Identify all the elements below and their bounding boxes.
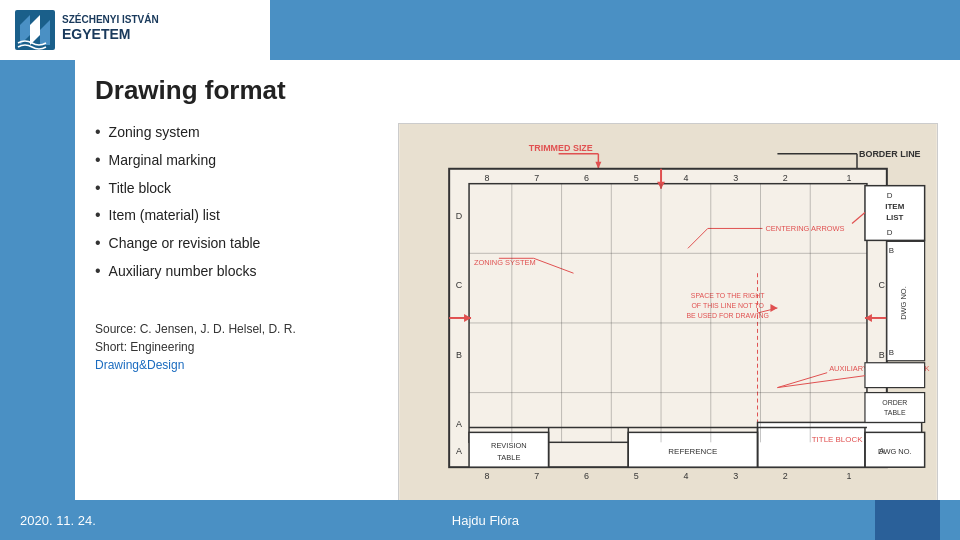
svg-text:ZONING SYSTEM: ZONING SYSTEM bbox=[474, 258, 536, 267]
svg-text:1: 1 bbox=[846, 471, 851, 481]
footer-date: 2020. 11. 24. bbox=[20, 513, 96, 528]
right-column: TRIMMED SIZE BORDER LINE 8 7 6 5 bbox=[395, 118, 940, 478]
svg-text:EGYETEM: EGYETEM bbox=[62, 26, 130, 42]
svg-text:TABLE: TABLE bbox=[497, 453, 520, 462]
svg-text:OF THIS LINE NOT TO: OF THIS LINE NOT TO bbox=[691, 302, 764, 309]
svg-text:A: A bbox=[456, 419, 462, 429]
svg-text:4: 4 bbox=[683, 471, 688, 481]
svg-text:TRIMMED SIZE: TRIMMED SIZE bbox=[528, 143, 592, 153]
svg-text:B: B bbox=[888, 246, 893, 255]
svg-text:3: 3 bbox=[733, 471, 738, 481]
svg-text:LIST: LIST bbox=[886, 213, 903, 222]
svg-text:CENTERING ARROWS: CENTERING ARROWS bbox=[765, 224, 844, 233]
svg-text:C: C bbox=[455, 280, 462, 290]
svg-text:8: 8 bbox=[484, 173, 489, 183]
svg-text:1: 1 bbox=[846, 173, 851, 183]
svg-rect-79 bbox=[864, 393, 924, 423]
main-content: Drawing format Zoning system Marginal ma… bbox=[75, 60, 960, 500]
diagram-container: TRIMMED SIZE BORDER LINE 8 7 6 5 bbox=[398, 123, 938, 503]
svg-text:SPACE TO THE RIGHT: SPACE TO THE RIGHT bbox=[690, 292, 764, 299]
left-column: Zoning system Marginal marking Title blo… bbox=[95, 118, 375, 478]
content-columns: Zoning system Marginal marking Title blo… bbox=[95, 118, 940, 478]
bullet-item-3: Title block bbox=[95, 179, 375, 199]
drawing-format-diagram: TRIMMED SIZE BORDER LINE 8 7 6 5 bbox=[399, 124, 937, 502]
svg-text:ITEM: ITEM bbox=[885, 202, 904, 211]
bullet-item-6: Auxiliary number blocks bbox=[95, 262, 375, 282]
svg-text:3: 3 bbox=[733, 173, 738, 183]
svg-text:2: 2 bbox=[782, 471, 787, 481]
source-line2: Short: Engineering bbox=[95, 338, 375, 356]
svg-text:5: 5 bbox=[633, 471, 638, 481]
bullet-item-1: Zoning system bbox=[95, 123, 375, 143]
bottom-bar: 2020. 11. 24. Hajdu Flóra bbox=[0, 500, 960, 540]
svg-text:B: B bbox=[888, 348, 893, 357]
svg-text:D: D bbox=[886, 191, 892, 200]
svg-rect-68 bbox=[864, 363, 924, 388]
svg-text:C: C bbox=[878, 280, 885, 290]
svg-text:6: 6 bbox=[583, 471, 588, 481]
svg-text:DWG NO.: DWG NO. bbox=[898, 286, 907, 320]
svg-text:B: B bbox=[456, 350, 462, 360]
svg-text:5: 5 bbox=[633, 173, 638, 183]
svg-text:2: 2 bbox=[782, 173, 787, 183]
svg-text:A: A bbox=[456, 446, 462, 456]
svg-text:BORDER LINE: BORDER LINE bbox=[858, 149, 920, 159]
svg-text:6: 6 bbox=[583, 173, 588, 183]
svg-text:D: D bbox=[455, 211, 462, 221]
bullet-list: Zoning system Marginal marking Title blo… bbox=[95, 123, 375, 290]
svg-text:TABLE: TABLE bbox=[884, 409, 906, 416]
svg-text:SZÉCHENYI ISTVÁN: SZÉCHENYI ISTVÁN bbox=[62, 13, 159, 25]
bullet-item-4: Item (material) list bbox=[95, 206, 375, 226]
svg-text:ORDER: ORDER bbox=[882, 399, 907, 406]
svg-text:8: 8 bbox=[484, 471, 489, 481]
logo-area: SZÉCHENYI ISTVÁN EGYETEM bbox=[0, 0, 270, 60]
svg-text:BE USED FOR DRAWING: BE USED FOR DRAWING bbox=[686, 312, 768, 319]
svg-text:4: 4 bbox=[683, 173, 688, 183]
svg-text:7: 7 bbox=[534, 173, 539, 183]
svg-text:7: 7 bbox=[534, 471, 539, 481]
left-sidebar bbox=[0, 60, 75, 500]
svg-text:REVISION: REVISION bbox=[491, 441, 527, 450]
source-text: Source: C. Jensen, J. D. Helsel, D. R. S… bbox=[95, 320, 375, 374]
footer-right-accent bbox=[875, 500, 940, 540]
page-title: Drawing format bbox=[95, 75, 940, 106]
svg-text:D: D bbox=[886, 228, 892, 237]
footer-name: Hajdu Flóra bbox=[452, 513, 519, 528]
source-line3: Drawing&Design bbox=[95, 356, 375, 374]
bullet-item-2: Marginal marking bbox=[95, 151, 375, 171]
svg-text:A: A bbox=[878, 446, 884, 456]
svg-text:B: B bbox=[878, 350, 884, 360]
source-line1: Source: C. Jensen, J. D. Helsel, D. R. bbox=[95, 320, 375, 338]
bullet-item-5: Change or revision table bbox=[95, 234, 375, 254]
svg-text:REFERENCE: REFERENCE bbox=[668, 447, 717, 456]
university-logo: SZÉCHENYI ISTVÁN EGYETEM bbox=[10, 5, 230, 55]
svg-text:TITLE BLOCK: TITLE BLOCK bbox=[811, 435, 862, 444]
